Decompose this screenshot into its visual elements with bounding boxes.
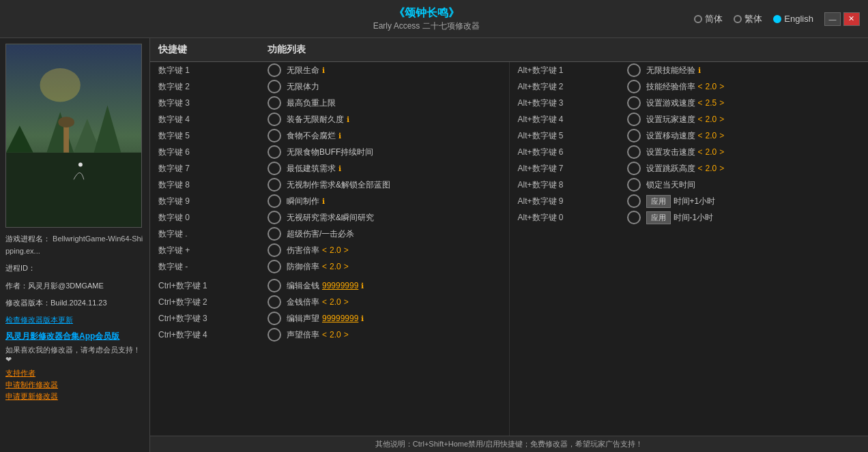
hotkey-cell: 数字键 4 xyxy=(158,114,267,125)
toggle-btn[interactable] xyxy=(267,129,281,142)
apply-button-time-minus[interactable]: 应用 xyxy=(646,211,671,224)
toggle-btn[interactable] xyxy=(267,211,281,224)
val-edit-ctrl0[interactable]: 99999999 xyxy=(322,281,358,290)
func-cell: 无限食物BUFF持续时间 xyxy=(287,147,501,158)
game-process-info: 游戏进程名： BellwrightGame-Win64-Shipping.ex.… xyxy=(5,233,144,257)
toggle-btn[interactable] xyxy=(627,63,641,77)
table-row: Ctrl+数字键 4 声望倍率 < 2.0 > xyxy=(150,327,509,343)
toggle-btn[interactable] xyxy=(627,112,641,126)
table-row: Alt+数字键 6 设置攻击速度 < 2.0 > xyxy=(510,144,869,160)
title-main: 《颂钟长鸣》 xyxy=(373,6,480,20)
toggle-btn[interactable] xyxy=(267,194,281,208)
val-bracket: < xyxy=(698,131,703,140)
func-cell: 设置游戏速度 < 2.5 > xyxy=(646,97,860,109)
val-bracket-r: > xyxy=(344,245,349,255)
func-cell: 最低建筑需求 ℹ xyxy=(287,163,501,175)
support-author-link[interactable]: 支持作者 xyxy=(5,368,144,378)
toggle-btn[interactable] xyxy=(267,328,281,342)
svg-rect-2 xyxy=(6,153,141,227)
toggle-btn[interactable] xyxy=(267,260,281,273)
val-edit-r1[interactable]: 2.0 xyxy=(706,82,717,91)
lang-traditional[interactable]: 繁体 xyxy=(734,13,762,25)
table-row: 数字键 + 伤害倍率 < 2.0 > xyxy=(150,242,509,258)
func-cell: 设置移动速度 < 2.0 > xyxy=(646,130,860,142)
toggle-btn[interactable] xyxy=(267,178,281,192)
val-edit-11[interactable]: 2.0 xyxy=(330,245,341,255)
minimize-button[interactable]: — xyxy=(824,12,841,26)
val-edit-12[interactable]: 2.0 xyxy=(330,262,341,271)
toggle-btn[interactable] xyxy=(627,129,641,142)
check-update-link[interactable]: 检查修改器版本更新 xyxy=(5,315,144,325)
request-trainer-link[interactable]: 申请制作修改器 xyxy=(5,380,144,390)
table-row: Alt+数字键 4 设置玩家速度 < 2.0 > xyxy=(510,111,869,127)
val-edit-ctrl2[interactable]: 99999999 xyxy=(322,314,358,323)
table-row: 数字键 3 最高负重上限 xyxy=(150,95,509,111)
app-desc: 如果喜欢我的修改器，请考虑会员支持！❤ xyxy=(5,345,144,364)
hotkey-cell: 数字键 8 xyxy=(158,179,267,191)
val-edit-r5[interactable]: 2.0 xyxy=(706,147,717,157)
win-btns: — ✕ xyxy=(824,12,860,26)
val-edit-ctrl3[interactable]: 2.0 xyxy=(330,330,341,340)
val-edit-r4[interactable]: 2.0 xyxy=(706,131,717,140)
toggle-btn[interactable] xyxy=(267,162,281,175)
toggle-btn[interactable] xyxy=(267,96,281,110)
app-link[interactable]: 风灵月影修改器合集App会员版 xyxy=(5,331,144,342)
hotkey-cell: 数字键 0 xyxy=(158,212,267,224)
func-cell: 伤害倍率 < 2.0 > xyxy=(287,245,501,256)
lang-english[interactable]: English xyxy=(773,14,813,24)
val-edit-r2[interactable]: 2.5 xyxy=(706,98,717,108)
func-cell: 编辑声望 99999999 ℹ xyxy=(287,313,501,325)
toggle-btn[interactable] xyxy=(267,227,281,241)
author-info: 作者：风灵月影@3DMGAME xyxy=(5,280,144,292)
table-row: 数字键 0 无视研究需求&瞬间研究 xyxy=(150,209,509,226)
author-label: 作者：风灵月影@3DMGAME xyxy=(5,282,104,290)
toggle-btn[interactable] xyxy=(267,243,281,257)
func-cell: 无限体力 xyxy=(287,81,501,93)
title-sub: Early Access 二十七项修改器 xyxy=(373,20,480,32)
request-update-link[interactable]: 申请更新修改器 xyxy=(5,391,144,402)
toggle-btn[interactable] xyxy=(627,145,641,159)
toggle-btn[interactable] xyxy=(267,312,281,325)
val-edit-r3[interactable]: 2.0 xyxy=(706,115,717,124)
toggle-btn[interactable] xyxy=(267,145,281,159)
func-cell: 防御倍率 < 2.0 > xyxy=(287,261,501,273)
val-bracket: < xyxy=(698,164,703,173)
toggle-btn[interactable] xyxy=(267,295,281,309)
warn-icon: ℹ xyxy=(338,164,341,173)
warn-icon: ℹ xyxy=(698,66,701,75)
val-bracket: < xyxy=(698,115,703,124)
val-bracket: < xyxy=(322,297,327,307)
svg-rect-7 xyxy=(63,125,69,153)
table-row: 数字键 . 超级伤害/一击必杀 xyxy=(150,226,509,242)
table-row: Alt+数字键 2 技能经验倍率 < 2.0 > xyxy=(510,78,869,95)
close-button[interactable]: ✕ xyxy=(843,12,860,26)
hotkey-cell: 数字键 3 xyxy=(158,97,267,109)
func-cell: 技能经验倍率 < 2.0 > xyxy=(646,81,860,93)
toggle-btn[interactable] xyxy=(267,112,281,126)
toggle-btn[interactable] xyxy=(627,178,641,192)
toggle-btn[interactable] xyxy=(627,162,641,175)
val-edit-ctrl1[interactable]: 2.0 xyxy=(330,297,341,307)
val-edit-r6[interactable]: 2.0 xyxy=(706,164,717,173)
toggle-btn[interactable] xyxy=(627,211,641,224)
hotkey-cell: Alt+数字键 0 xyxy=(518,212,627,224)
toggle-btn[interactable] xyxy=(267,80,281,93)
hotkey-cell: Ctrl+数字键 4 xyxy=(158,329,267,341)
pid-label: 进程ID： xyxy=(5,264,35,272)
version-info: 修改器版本：Build.2024.11.23 xyxy=(5,297,144,310)
toggle-btn[interactable] xyxy=(627,96,641,110)
toggle-btn[interactable] xyxy=(267,279,281,292)
table-row: 数字键 4 装备无限耐久度 ℹ xyxy=(150,111,509,127)
table-row: 数字键 - 防御倍率 < 2.0 > xyxy=(150,258,509,275)
status-bar: 其他说明：Ctrl+Shift+Home禁用/启用快捷键；免费修改器，希望玩家广… xyxy=(150,436,868,452)
val-bracket-r: > xyxy=(719,82,724,91)
val-bracket-r: > xyxy=(719,131,724,140)
toggle-btn[interactable] xyxy=(627,194,641,208)
toggle-btn[interactable] xyxy=(627,80,641,93)
apply-button-time-plus[interactable]: 应用 xyxy=(646,195,671,208)
header-hotkey: 快捷键 xyxy=(158,44,267,56)
hotkey-cell: 数字键 9 xyxy=(158,196,267,207)
toggle-btn[interactable] xyxy=(267,63,281,77)
lang-simplified[interactable]: 简体 xyxy=(694,13,723,25)
func-cell: 装备无限耐久度 ℹ xyxy=(287,114,501,125)
